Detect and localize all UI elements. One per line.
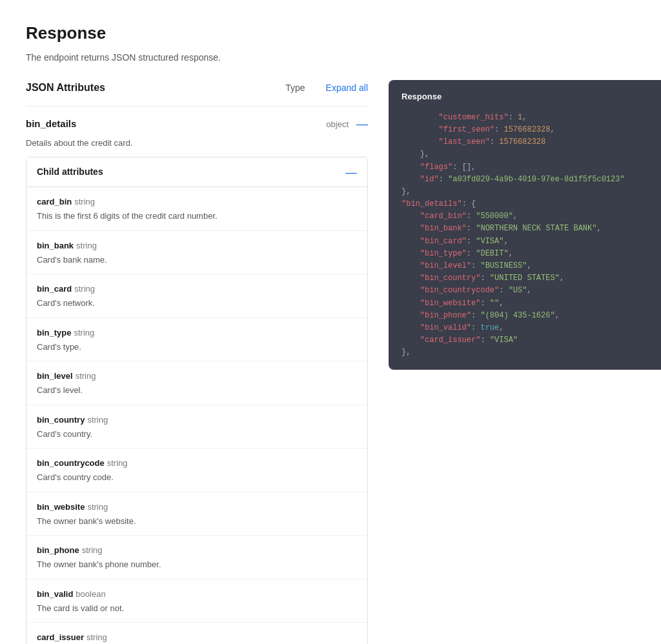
child-attr-desc: Card's type. [37,341,357,354]
child-attr-type: string [74,284,95,294]
response-panel-title: Response [402,90,653,104]
child-attr-name: bin_country [37,415,85,425]
type-col-label: Type [285,81,305,95]
child-attr-name: bin_type [37,328,71,337]
child-attr-name: bin_phone [37,545,79,555]
child-attr-desc: The card is valid or not. [37,602,357,615]
child-attr-type: string [107,458,128,468]
table-header: JSON Attributes Type Expand all [26,80,368,96]
child-attr-desc: Card's country code. [37,471,357,484]
child-attr-type: string [87,415,108,425]
child-attr-type: string [76,241,97,250]
child-attr-type: string [82,545,103,555]
child-attr-type: string [87,502,108,512]
child-attr-type: string [76,371,96,381]
child-attr-desc: The owner bank's phone number. [37,558,357,571]
main-attribute-right: object — [326,118,368,131]
child-attr-item: card_issuerstringCard's issuer name. [26,623,367,644]
json-attributes-label: JSON Attributes [26,80,105,96]
child-attr-item: bin_countrystringCard's country. [26,405,367,449]
child-attr-item: bin_validbooleanThe card is valid or not… [26,579,367,623]
child-attr-name: bin_countrycode [37,458,105,468]
child-attributes-title: Child attributes [37,165,103,179]
left-panel: JSON Attributes Type Expand all bin_deta… [26,80,368,644]
child-attr-name: bin_bank [37,241,74,250]
child-attr-desc: Card's network. [37,297,357,310]
child-attr-name: bin_card [37,284,72,294]
child-attr-name: card_issuer [37,632,84,642]
child-attr-desc: Card's country. [37,428,357,441]
table-header-right: Type Expand all [285,81,368,95]
response-code-block: "customer_hits": 1, "first_seen": 157668… [402,112,653,359]
child-attr-type: boolean [76,589,105,599]
child-attributes-container: Child attributes — card_binstringThis is… [26,157,368,644]
child-attr-item: bin_cardstringCard's network. [26,274,367,318]
main-attribute-type: object [326,118,349,131]
child-attr-type: string [86,632,107,642]
child-attr-desc: Card's level. [37,384,357,397]
child-attr-item: bin_bankstringCard's bank name. [26,231,367,275]
child-attr-desc: The owner bank's website. [37,515,357,528]
child-attr-name: card_bin [37,197,72,206]
collapse-icon[interactable]: — [356,118,368,130]
child-attr-item: card_binstringThis is the first 6 digits… [26,187,367,231]
response-panel: Response "customer_hits": 1, "first_seen… [389,80,661,370]
child-attr-item: bin_levelstringCard's level. [26,361,367,405]
child-attr-type: string [74,197,95,206]
page-subtitle: The endpoint returns JSON structured res… [26,51,635,65]
page-title: Response [26,21,635,46]
child-attr-name: bin_level [37,371,73,381]
child-items-list: card_binstringThis is the first 6 digits… [26,187,367,644]
child-attr-desc: Card's bank name. [37,254,357,267]
child-attr-item: bin_websitestringThe owner bank's websit… [26,492,367,536]
child-attr-item: bin_countrycodestringCard's country code… [26,448,367,492]
child-attributes-header: Child attributes — [26,157,367,187]
main-attribute-name: bin_details [26,117,76,132]
main-attribute-description: Details about the credit card. [26,137,368,157]
main-attribute-row: bin_details object — [26,106,368,137]
child-attr-item: bin_phonestringThe owner bank's phone nu… [26,536,367,579]
content-wrapper: JSON Attributes Type Expand all bin_deta… [26,80,635,644]
child-attr-name: bin_website [37,502,85,512]
right-panel: Response "customer_hits": 1, "first_seen… [389,80,661,370]
child-attr-item: bin_typestringCard's type. [26,318,367,362]
child-attr-desc: This is the first 6 digits of the credit… [37,210,357,223]
child-attr-type: string [74,328,94,337]
child-collapse-icon[interactable]: — [345,166,357,178]
child-attr-name: bin_valid [37,589,73,599]
expand-all-link[interactable]: Expand all [326,81,368,95]
